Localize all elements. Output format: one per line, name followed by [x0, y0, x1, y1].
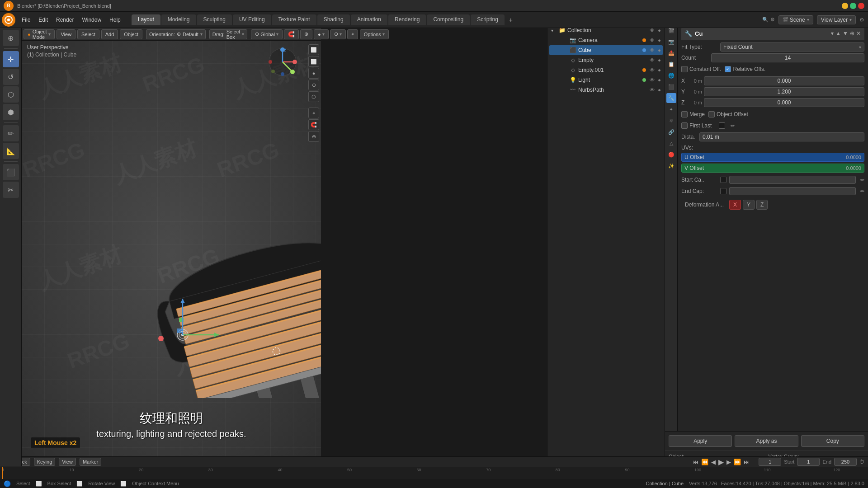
tool-scale[interactable]: ⬡ [3, 86, 19, 103]
tab-animation[interactable]: Animation [351, 14, 387, 25]
start-frame-field[interactable]: 1 [797, 458, 820, 466]
modifier-menu-icon[interactable]: ▾ [831, 30, 834, 37]
tab-modeling[interactable]: Modeling [161, 14, 196, 25]
tool-extra[interactable]: ✂ [3, 182, 19, 198]
tab-rendering[interactable]: Rendering [388, 14, 426, 25]
visibility-icon[interactable]: 👁 [650, 28, 655, 33]
props-tab-constraints[interactable]: 🔗 [666, 127, 676, 137]
props-tab-world[interactable]: 🌐 [666, 70, 676, 80]
shading-options[interactable]: ●▾ [314, 29, 329, 39]
outliner-nurbspath[interactable]: 〰 NurbsPath 👁 ● [549, 85, 663, 95]
props-tab-rendersettings[interactable]: 📷 [666, 37, 676, 47]
end-cap-value[interactable] [729, 187, 856, 195]
restrict-icon[interactable]: ● [658, 28, 661, 33]
menu-help[interactable]: Help [106, 16, 124, 24]
y-input[interactable]: 1.200 [704, 87, 864, 96]
add-menu[interactable]: Add [101, 29, 118, 39]
fit-type-dropdown[interactable]: Fixed Count ▾ [720, 42, 864, 52]
view-menu[interactable]: View [57, 29, 75, 39]
start-cap-value[interactable] [729, 176, 856, 184]
props-tab-particles[interactable]: ✦ [666, 104, 676, 114]
drag-selector[interactable]: Drag: Select Box ▾ [209, 29, 247, 39]
options-button[interactable]: Options ▾ [360, 29, 389, 39]
start-cap-color[interactable] [720, 177, 726, 183]
timeline-body[interactable]: 1 10 20 30 40 50 60 70 80 90 100 110 120 [0, 467, 868, 479]
copy-button[interactable]: Copy [801, 435, 864, 447]
cube-restrict[interactable]: ● [658, 47, 661, 53]
gizmo-toggle[interactable]: ⌖ [308, 108, 319, 118]
start-cap-pen[interactable]: ✏ [860, 177, 864, 183]
tab-uv-editing[interactable]: UV Editing [233, 14, 271, 25]
proportional-edit[interactable]: ⊕ [300, 29, 312, 39]
xray-toggle[interactable]: ⬡ [308, 91, 319, 102]
axis-x-button[interactable]: X [729, 200, 741, 210]
tab-compositing[interactable]: Compositing [427, 14, 470, 25]
overlay-toggle[interactable]: ⊙ [308, 80, 319, 90]
axis-z-button[interactable]: Z [756, 200, 768, 210]
scene-selector[interactable]: 🎬 Scene ▾ [778, 15, 813, 24]
menu-file[interactable]: File [18, 16, 34, 24]
filter-icon[interactable]: ⚙ [859, 17, 864, 23]
props-tab-material[interactable]: 🔴 [666, 150, 676, 160]
minimize-button[interactable] [842, 3, 848, 9]
tool-rotate[interactable]: ↺ [3, 69, 19, 85]
menu-render[interactable]: Render [52, 16, 77, 24]
tl-next-frame[interactable]: ⏩ [734, 459, 741, 465]
cube-visibility[interactable]: 👁 [650, 47, 655, 53]
maximize-button[interactable] [850, 3, 856, 9]
end-cap-pen[interactable]: ✏ [860, 188, 864, 194]
menu-window[interactable]: Window [78, 16, 105, 24]
tool-move[interactable]: ✛ [3, 51, 19, 67]
modifier-up-icon[interactable]: ▲ [835, 30, 841, 37]
outliner-camera[interactable]: 📷 Camera 👁 ● [549, 35, 663, 45]
tl-jump-end[interactable]: ⏭ [744, 459, 750, 465]
viewlayer-selector[interactable]: View Layer ▾ [817, 15, 856, 24]
tl-play[interactable]: ▶ [718, 458, 724, 466]
apply-as-button[interactable]: Apply as [735, 435, 798, 447]
constant-off-checkbox[interactable] [681, 66, 688, 72]
nurbs-visibility[interactable]: 👁 [650, 87, 655, 93]
tab-shading[interactable]: Shading [317, 14, 350, 25]
viewport-3d[interactable]: 人人素材 RRCG 人人素材 RRCG 人人素材 RRCG 人人素材 RRCG … [22, 41, 321, 466]
viewport-shading-material[interactable]: ⬜ [308, 56, 319, 67]
object-mode-selector[interactable]: ● Object Mode ▾ [24, 29, 55, 39]
light-visibility[interactable]: 👁 [650, 77, 655, 83]
tab-layout[interactable]: Layout [132, 14, 160, 25]
object-menu[interactable]: Object [120, 29, 142, 39]
tool-cursor[interactable]: ⊕ [3, 30, 19, 46]
outliner-light[interactable]: 💡 Light 👁 ● [549, 75, 663, 85]
nurbs-restrict[interactable]: ● [658, 87, 661, 93]
first-last-toggle[interactable] [719, 122, 725, 129]
dist-input[interactable]: 0.01 m [699, 132, 864, 141]
props-tab-output[interactable]: 📤 [666, 48, 676, 58]
snap-button[interactable]: 🧲 [284, 29, 299, 39]
end-frame-field[interactable]: 250 [834, 458, 857, 466]
merge-checkbox[interactable] [681, 111, 688, 117]
select-menu[interactable]: Select [77, 29, 99, 39]
v-offset-field[interactable]: V Offset 0.0000 [681, 164, 864, 173]
axis-gizmo[interactable]: X Y Z [267, 46, 298, 79]
modifier-down-icon[interactable]: ▼ [843, 30, 848, 37]
props-tab-physics[interactable]: ⚛ [666, 116, 676, 126]
obj-offset-checkbox[interactable] [708, 111, 715, 117]
tool-measure[interactable]: 📐 [3, 143, 19, 159]
camera-restrict[interactable]: ● [658, 38, 661, 43]
count-input[interactable]: 14 [711, 53, 864, 62]
outliner-cube[interactable]: ⬛ Cube 👁 ● [549, 45, 663, 55]
outliner-empty-001[interactable]: ◇ Empty.001 👁 ● [549, 65, 663, 75]
props-tab-object[interactable]: ⬛ [666, 82, 676, 92]
props-tab-shaderfx[interactable]: ✨ [666, 161, 676, 171]
tab-sculpting[interactable]: Sculpting [197, 14, 232, 25]
close-button[interactable] [858, 3, 864, 9]
tl-step-back[interactable]: ◀ [711, 459, 716, 465]
viewport-shading-solid[interactable]: ⬜ [308, 44, 319, 55]
props-tab-objectdata[interactable]: △ [666, 138, 676, 148]
first-last-checkbox[interactable] [681, 122, 688, 129]
keying-menu[interactable]: Keying [34, 458, 56, 466]
current-frame-field[interactable]: 1 [759, 458, 781, 466]
modifier-close-icon[interactable]: ✕ [856, 30, 861, 37]
marker-menu[interactable]: Marker [80, 458, 101, 466]
viewport-shading-rendered[interactable]: ● [308, 68, 319, 79]
tl-step-fwd[interactable]: ▶ [726, 459, 731, 465]
view-menu-timeline[interactable]: View [59, 458, 76, 466]
